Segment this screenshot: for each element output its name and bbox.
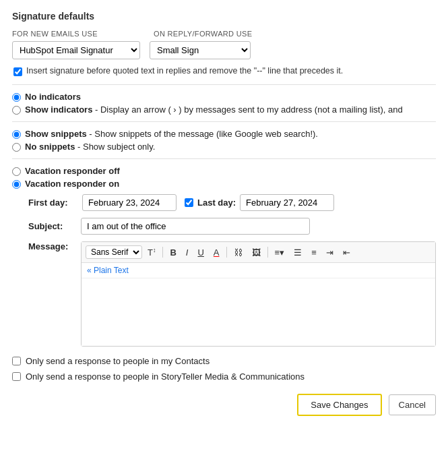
first-day-input[interactable]: [82, 194, 177, 211]
font-size-button[interactable]: T↕: [143, 245, 160, 260]
insert-signature-label: Insert signature before quoted text in r…: [26, 66, 343, 76]
on-reply-forward-label: ON REPLY/FORWARD USE: [154, 28, 252, 38]
vacation-section: Vacation responder off Vacation responde…: [12, 166, 436, 347]
link-icon: ⛓: [234, 247, 243, 258]
snippets-group: Show snippets - Show snippets of the mes…: [12, 129, 436, 152]
image-icon: 🖼: [252, 247, 261, 258]
italic-button[interactable]: I: [182, 245, 193, 260]
bullet-list-icon: ≡: [311, 247, 317, 258]
font-size-icon: T↕: [148, 247, 156, 258]
font-family-select[interactable]: Sans Serif: [86, 245, 142, 259]
no-indicators-label: No indicators: [25, 92, 81, 102]
subject-input[interactable]: [81, 218, 310, 235]
show-snippets-radio[interactable]: [12, 130, 21, 139]
underline-button[interactable]: U: [193, 245, 207, 260]
link-button[interactable]: ⛓: [230, 245, 247, 260]
show-indicators-radio[interactable]: [12, 106, 21, 115]
indent-more-icon: ⇥: [326, 247, 333, 258]
for-new-emails-select[interactable]: HubSpot Email Signatur No Signature: [12, 41, 140, 59]
message-label: Message:: [28, 241, 74, 251]
plain-text-link[interactable]: « Plain Text: [82, 263, 435, 278]
message-editor: Sans Serif T↕ B I U A ⛓ 🖼: [81, 241, 436, 347]
last-day-input[interactable]: [240, 194, 334, 211]
toolbar-separator-3: [267, 247, 268, 258]
first-day-label: First day:: [28, 198, 74, 208]
align-button[interactable]: ≡▾: [271, 245, 289, 260]
actions-row: Save Changes Cancel: [12, 394, 436, 416]
editor-toolbar: Sans Serif T↕ B I U A ⛓ 🖼: [82, 242, 435, 263]
org-only-checkbox[interactable]: [12, 372, 21, 381]
numbered-list-icon: ☰: [294, 247, 302, 258]
indicators-group: No indicators Show indicators - Display …: [12, 92, 436, 115]
indent-more-button[interactable]: ⇥: [322, 245, 338, 260]
bold-button[interactable]: B: [166, 245, 180, 260]
insert-signature-checkbox[interactable]: [13, 67, 22, 76]
subject-label: Subject:: [28, 221, 74, 231]
image-button[interactable]: 🖼: [248, 245, 265, 260]
bullet-list-button[interactable]: ≡: [307, 245, 321, 260]
contacts-only-label: Only send a response to people in my Con…: [26, 356, 210, 366]
no-indicators-radio[interactable]: [12, 93, 21, 102]
numbered-list-button[interactable]: ☰: [290, 245, 306, 260]
indent-less-icon: ⇤: [343, 247, 350, 258]
toolbar-separator-2: [226, 247, 227, 258]
align-icon: ≡▾: [275, 247, 285, 258]
bottom-checkboxes: Only send a response to people in my Con…: [12, 356, 436, 382]
vacation-off-radio[interactable]: [12, 167, 21, 176]
vacation-on-radio[interactable]: [12, 180, 21, 189]
last-day-checkbox[interactable]: [185, 198, 193, 207]
vacation-on-label: Vacation responder on: [25, 179, 119, 189]
contacts-only-checkbox[interactable]: [12, 357, 21, 365]
editor-body[interactable]: [82, 278, 435, 346]
indent-less-button[interactable]: ⇤: [339, 245, 354, 260]
on-reply-forward-select[interactable]: Small Sign No Signature Large Sign: [150, 41, 251, 59]
for-new-emails-label: FOR NEW EMAILS USE: [12, 28, 140, 38]
last-day-label: Last day:: [197, 198, 236, 208]
font-color-button[interactable]: A: [210, 245, 224, 260]
vacation-off-label: Vacation responder off: [25, 166, 120, 176]
no-snippets-radio[interactable]: [12, 143, 21, 152]
org-only-label: Only send a response to people in StoryT…: [26, 371, 305, 382]
toolbar-separator: [162, 247, 163, 258]
show-snippets-label: Show snippets - Show snippets of the mes…: [25, 129, 318, 139]
show-indicators-label: Show indicators - Display an arrow ( › )…: [25, 105, 403, 115]
section-title: Signature defaults: [12, 11, 436, 22]
cancel-button[interactable]: Cancel: [389, 394, 436, 415]
no-snippets-label: No snippets - Show subject only.: [25, 142, 155, 152]
save-changes-button[interactable]: Save Changes: [297, 394, 381, 416]
font-color-icon: A: [214, 247, 220, 258]
